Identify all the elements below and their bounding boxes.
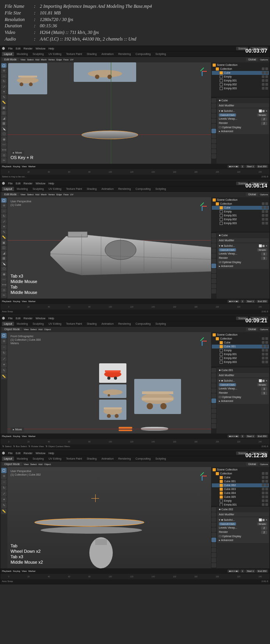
frame-start[interactable]: Start 1: [245, 165, 256, 168]
outliner[interactable]: Scene Collection Collection Cube Empty E…: [211, 62, 270, 97]
tool-poly[interactable]: ⬡: [1, 132, 7, 137]
menu-window[interactable]: Window: [36, 47, 45, 50]
mesh-icon: [220, 71, 223, 74]
tool-inset[interactable]: ◫: [1, 111, 7, 116]
ptab-physics[interactable]: [211, 139, 216, 143]
outliner-empty001[interactable]: Empty.001: [212, 79, 269, 83]
options[interactable]: Options: [260, 58, 268, 61]
render-levels[interactable]: 2: [261, 122, 267, 125]
catmull-btn[interactable]: Catmull-Clark: [219, 113, 236, 117]
header-select[interactable]: Select: [27, 58, 34, 61]
tab-rendering[interactable]: Rendering: [116, 52, 133, 56]
orientation[interactable]: Global: [246, 58, 258, 61]
frame-current[interactable]: 1: [240, 165, 245, 168]
right-side: Scene Collection Collection Cube Empty E…: [211, 62, 270, 164]
tab-scripting[interactable]: Scripting: [153, 52, 168, 56]
tool-rip[interactable]: ✂: [1, 158, 7, 163]
tl-marker[interactable]: Marker: [28, 165, 36, 168]
tl-playback[interactable]: Playback: [2, 165, 11, 168]
simple-btn[interactable]: Simple: [257, 113, 267, 117]
tool-spin[interactable]: ◉: [1, 137, 7, 142]
tl-keying[interactable]: Keying: [13, 165, 20, 168]
viewport-3d[interactable]: Front Orthographic (1) Collection | Cube…: [7, 332, 211, 433]
ptab-view[interactable]: [211, 108, 216, 113]
nav-gizmo[interactable]: [196, 335, 208, 347]
tool-annotate[interactable]: ✎: [1, 95, 7, 100]
timeline-ruler[interactable]: 020406080100120140160180200220240: [0, 169, 270, 175]
menu-file[interactable]: File: [8, 47, 12, 50]
ptab-material[interactable]: [211, 154, 216, 159]
header-add[interactable]: Add: [35, 58, 39, 61]
ptab-world[interactable]: [211, 119, 216, 123]
nav-gizmo[interactable]: [196, 65, 208, 77]
header-face[interactable]: Face: [64, 58, 69, 61]
tab-layout[interactable]: Layout: [2, 52, 14, 56]
tab-compositing[interactable]: Compositing: [133, 52, 153, 56]
menu-render[interactable]: Render: [23, 47, 32, 50]
ptab-particle[interactable]: [211, 134, 216, 138]
operator-panel[interactable]: ▸ Move: [11, 427, 24, 432]
tool-knife[interactable]: 🔪: [1, 126, 7, 131]
workspace-tabs: Layout Modeling Sculpting UV Editing Tex…: [0, 51, 270, 57]
tool-measure[interactable]: 📏: [1, 100, 7, 105]
frame-end[interactable]: End 250: [256, 165, 268, 168]
viewport-3d[interactable]: User Orthographic OS Key + R ▸ Move: [7, 62, 211, 164]
menu-edit[interactable]: Edit: [16, 47, 20, 50]
tab-shading[interactable]: Shading: [85, 52, 99, 56]
ptab-render[interactable]: [211, 98, 216, 103]
tool-extrude[interactable]: ▣: [1, 105, 7, 110]
ptab-modifier[interactable]: [211, 129, 216, 133]
tool-slide[interactable]: ⟷: [1, 147, 7, 152]
mode-select[interactable]: Edit Mode: [2, 58, 19, 61]
outliner-empty[interactable]: Empty: [212, 75, 269, 79]
tool-cursor[interactable]: ✛: [1, 68, 7, 73]
header-mesh[interactable]: Mesh: [41, 58, 47, 61]
ptab-output[interactable]: [211, 103, 216, 108]
viewport-3d[interactable]: User Perspective (1) Collection | Cube.0…: [7, 467, 211, 568]
nav-gizmo[interactable]: [196, 200, 208, 212]
outliner-empty002[interactable]: Empty.002: [212, 83, 269, 87]
ptab-constraint[interactable]: [211, 144, 216, 149]
outliner-cube[interactable]: Cube: [212, 71, 269, 75]
tool-move[interactable]: ↔: [1, 74, 7, 79]
tool-smooth[interactable]: 〰: [1, 142, 7, 147]
tl-view[interactable]: View: [22, 165, 27, 168]
header-view[interactable]: View: [21, 58, 26, 61]
add-modifier-btn[interactable]: Add Modifier: [217, 103, 269, 108]
frame-4: 00:12:28 ⬤ FileEdit RenderWindow Help Sc…: [0, 450, 270, 584]
tool-rotate[interactable]: ↻: [1, 79, 7, 84]
play-controls[interactable]: ⏮ ◀ ▶ ⏭: [227, 165, 240, 168]
ref-wood-plane-3: [134, 379, 181, 414]
tool-bevel[interactable]: ◢: [1, 116, 7, 121]
header-edge[interactable]: Edge: [57, 58, 62, 61]
tab-sculpting[interactable]: Sculpting: [30, 52, 46, 56]
svg-rect-22: [104, 407, 122, 409]
tool-select[interactable]: ▢: [1, 63, 7, 68]
tab-modeling[interactable]: Modeling: [15, 52, 30, 56]
tool-loopcut[interactable]: ▦: [1, 121, 7, 126]
ptab-data[interactable]: [211, 149, 216, 154]
menu-help[interactable]: Help: [48, 47, 54, 50]
operator-panel[interactable]: ▸ Move: [11, 150, 24, 155]
svg-rect-16: [105, 370, 121, 372]
tool-transform[interactable]: ✦: [1, 89, 7, 94]
tool-scale[interactable]: ⤢: [1, 84, 7, 89]
tab-uv[interactable]: UV Editing: [46, 52, 63, 56]
svg-point-18: [114, 377, 117, 380]
timeline[interactable]: Playback Keying View Marker ⏮ ◀ ▶ ⏭ 1 St…: [0, 164, 270, 175]
viewport-3d[interactable]: User Perspective (1) Cube Tab x3 Middle …: [7, 197, 211, 299]
header-uv[interactable]: UV: [70, 58, 73, 61]
tab-texture[interactable]: Texture Paint: [64, 52, 84, 56]
tab-animation[interactable]: Animation: [99, 52, 115, 56]
key-overlay: OS Key + R: [11, 155, 33, 160]
nav-gizmo[interactable]: [196, 470, 208, 482]
viewport-header: Edit Mode View Select Add Mesh Vertex Ed…: [0, 57, 270, 62]
outliner-empty003[interactable]: Empty.003: [212, 87, 269, 90]
header-vertex[interactable]: Vertex: [48, 58, 55, 61]
frame-3: 00:09:21 ⬤ FileEdit RenderWindow Help Sc…: [0, 315, 270, 449]
ptab-scene[interactable]: [211, 113, 216, 118]
model-fuselage-top: [78, 537, 124, 568]
ptab-object[interactable]: [211, 124, 216, 128]
viewport-levels[interactable]: 2: [261, 117, 267, 121]
tool-shrink[interactable]: ⊙: [1, 153, 7, 158]
